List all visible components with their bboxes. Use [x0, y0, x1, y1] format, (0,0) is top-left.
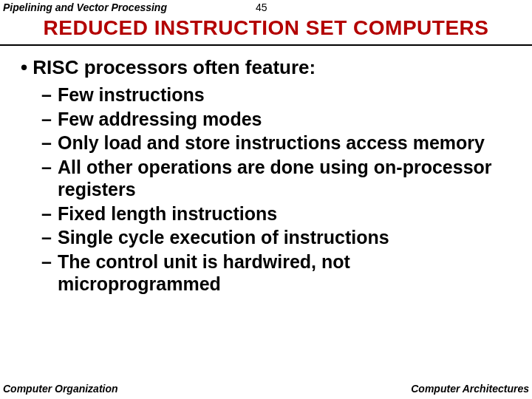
- footer: Computer Organization Computer Architect…: [0, 383, 532, 395]
- feature-list: Few instructions Few addressing modes On…: [21, 83, 517, 296]
- footer-right: Computer Architectures: [411, 383, 529, 395]
- slide-title: REDUCED INSTRUCTION SET COMPUTERS: [0, 13, 532, 44]
- content-area: • RISC processors often feature: Few ins…: [0, 46, 532, 296]
- lead-bullet: •: [21, 56, 33, 78]
- lead-line: • RISC processors often feature:: [21, 56, 517, 79]
- list-item: The control unit is hardwired, not micro…: [41, 250, 517, 296]
- footer-left: Computer Organization: [3, 383, 118, 395]
- list-item: Only load and store instructions access …: [41, 132, 517, 154]
- list-item: Few addressing modes: [41, 108, 517, 131]
- lead-text: RISC processors often feature:: [33, 56, 316, 78]
- page-number: 45: [256, 1, 267, 13]
- header-topic: Pipelining and Vector Processing: [3, 1, 167, 13]
- list-item: All other operations are done using on-p…: [41, 156, 517, 201]
- list-item: Single cycle execution of instructions: [41, 226, 517, 249]
- header-row: Pipelining and Vector Processing 45: [0, 0, 532, 13]
- list-item: Few instructions: [41, 83, 517, 106]
- list-item: Fixed length instructions: [41, 202, 517, 225]
